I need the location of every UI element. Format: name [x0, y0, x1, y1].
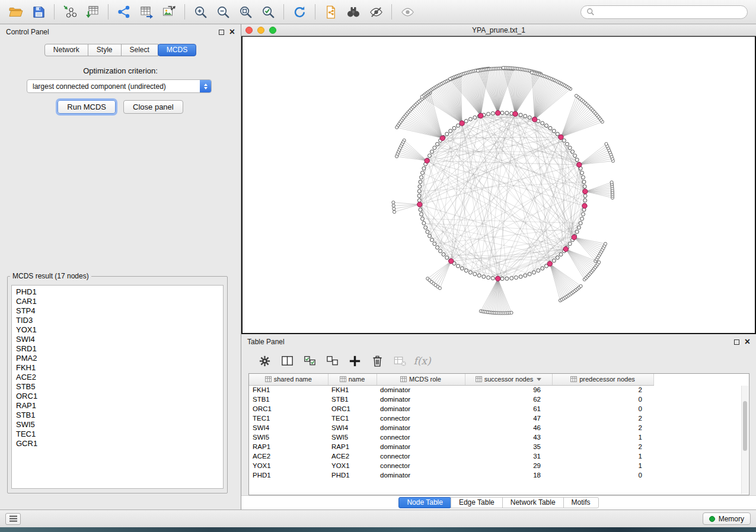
table-row[interactable]: YOX1YOX1connector291 [249, 461, 653, 470]
network-canvas[interactable] [241, 36, 756, 334]
table-cell: 43 [465, 432, 552, 442]
table-row[interactable]: RAP1RAP1dominator352 [249, 442, 653, 451]
import-table-button[interactable] [81, 2, 104, 22]
table-cell: RAP1 [249, 442, 328, 451]
tab-style[interactable]: Style [88, 44, 122, 56]
table-row[interactable]: TEC1TEC1connector472 [249, 414, 653, 423]
hide-elements-button[interactable] [365, 2, 387, 22]
column-header-name[interactable]: name [328, 374, 377, 385]
memory-button[interactable]: Memory [703, 512, 751, 525]
float-table-panel-icon[interactable] [734, 339, 739, 345]
mcds-result-item[interactable]: ACE2 [16, 373, 219, 382]
table-row[interactable]: SWI4SWI4dominator462 [249, 423, 653, 432]
table-cell: 1 [552, 461, 653, 470]
mcds-result-item[interactable]: SWI5 [16, 420, 219, 430]
mcds-result-item[interactable]: CAR1 [16, 297, 219, 306]
table-cell: YOX1 [328, 461, 377, 470]
table-scrollbar[interactable] [741, 386, 748, 494]
search-box[interactable] [580, 5, 748, 19]
criterion-select[interactable]: largest connected component (undirected) [27, 79, 212, 93]
open-folder-button[interactable] [5, 2, 27, 22]
import-network-icon [62, 4, 78, 20]
mcds-result-list[interactable]: PHD1CAR1STP4TID3YOX1SWI4SRD1PMA2FKH1ACE2… [11, 285, 224, 489]
zoom-selected-button[interactable] [257, 2, 279, 22]
mcds-result-item[interactable]: STB5 [16, 382, 219, 392]
table-row[interactable]: FKH1FKH1dominator962 [249, 385, 653, 395]
table-cell: SWI5 [249, 432, 328, 442]
mcds-result-item[interactable]: PMA2 [16, 354, 219, 363]
trash-icon [371, 354, 384, 368]
column-header-shared-name[interactable]: shared name [249, 374, 328, 385]
menu-icon [9, 515, 17, 522]
table-row[interactable]: SWI5SWI5connector431 [249, 432, 653, 442]
delete-table-button[interactable] [390, 352, 410, 370]
table-cell: YOX1 [249, 461, 328, 470]
export-table-button[interactable] [135, 2, 158, 22]
table-cell: SWI5 [328, 432, 377, 442]
close-panel-button[interactable]: Close panel [123, 100, 183, 114]
mcds-result-item[interactable]: ORC1 [16, 392, 219, 401]
tab-select[interactable]: Select [121, 44, 158, 56]
mcds-result-item[interactable]: SWI4 [16, 335, 219, 344]
mcds-result-item[interactable]: TID3 [16, 316, 219, 325]
search-network-button[interactable] [342, 2, 365, 22]
mcds-result-item[interactable]: YOX1 [16, 325, 219, 335]
zoom-in-button[interactable] [189, 2, 212, 22]
deselect-all-button[interactable] [322, 352, 342, 370]
table-tab-network-table[interactable]: Network Table [502, 497, 564, 508]
table-tab-node-table[interactable]: Node Table [398, 497, 451, 508]
mcds-result-item[interactable]: GCR1 [16, 439, 219, 448]
node-table-container: shared namenameMCDS rolesuccessor nodesp… [248, 373, 749, 495]
mcds-result-item[interactable]: STP4 [16, 306, 219, 316]
table-tab-edge-table[interactable]: Edge Table [451, 497, 503, 508]
table-row[interactable]: STB1STB1dominator620 [249, 395, 653, 404]
column-header-predecessor-nodes[interactable]: predecessor nodes [552, 374, 653, 385]
select-all-button[interactable] [299, 352, 320, 370]
add-row-button[interactable] [344, 352, 365, 370]
import-network-button[interactable] [59, 2, 81, 22]
run-mcds-button[interactable]: Run MCDS [58, 100, 116, 114]
mcds-result-item[interactable]: PHD1 [16, 287, 219, 297]
zoom-fit-button[interactable] [234, 2, 257, 22]
mcds-result-item[interactable]: RAP1 [16, 401, 219, 411]
share-network-button[interactable] [113, 2, 135, 22]
mcds-result-item[interactable]: STB1 [16, 411, 219, 420]
scrollbar-thumb[interactable] [743, 401, 747, 451]
table-cell: dominator [377, 395, 465, 404]
tab-network[interactable]: Network [44, 44, 88, 56]
delete-table-icon [393, 354, 407, 368]
split-column-button[interactable] [277, 352, 297, 370]
table-row[interactable]: ORC1ORC1dominator610 [249, 404, 653, 414]
search-input[interactable] [598, 7, 742, 17]
show-elements-button[interactable] [396, 2, 419, 22]
table-cell: PHD1 [328, 470, 377, 480]
delete-row-button[interactable] [367, 352, 387, 370]
column-header-MCDS-role[interactable]: MCDS role [377, 374, 465, 385]
refresh-button[interactable] [288, 2, 311, 22]
zoom-selected-icon [261, 5, 276, 20]
select-all-icon [303, 354, 317, 368]
close-table-panel-icon[interactable]: × [745, 339, 750, 345]
column-header-successor-nodes[interactable]: successor nodes [465, 374, 552, 385]
table-settings-button[interactable] [254, 352, 275, 370]
memory-status-icon [709, 516, 715, 522]
function-builder-button[interactable]: f(x) [412, 352, 432, 370]
network-graph[interactable] [243, 37, 755, 333]
tab-mcds[interactable]: MCDS [158, 44, 196, 56]
zoom-out-button[interactable] [212, 2, 234, 22]
export-image-button[interactable] [158, 2, 180, 22]
table-tab-motifs[interactable]: Motifs [563, 497, 599, 508]
status-menu-button[interactable] [5, 513, 21, 525]
table-toolbar: f(x) [241, 350, 756, 372]
table-row[interactable]: PHD1PHD1dominator180 [249, 470, 653, 480]
float-panel-icon[interactable] [219, 30, 224, 35]
mcds-result-item[interactable]: FKH1 [16, 363, 219, 373]
table-row[interactable]: ACE2ACE2connector311 [249, 451, 653, 461]
export-document-button[interactable] [320, 2, 342, 22]
table-cell: 0 [552, 404, 653, 414]
close-panel-icon[interactable]: × [229, 29, 235, 35]
mcds-result-item[interactable]: TEC1 [16, 430, 219, 439]
save-button[interactable] [27, 2, 50, 22]
mcds-result-item[interactable]: SRD1 [16, 344, 219, 354]
toolbar-separator [283, 4, 284, 20]
